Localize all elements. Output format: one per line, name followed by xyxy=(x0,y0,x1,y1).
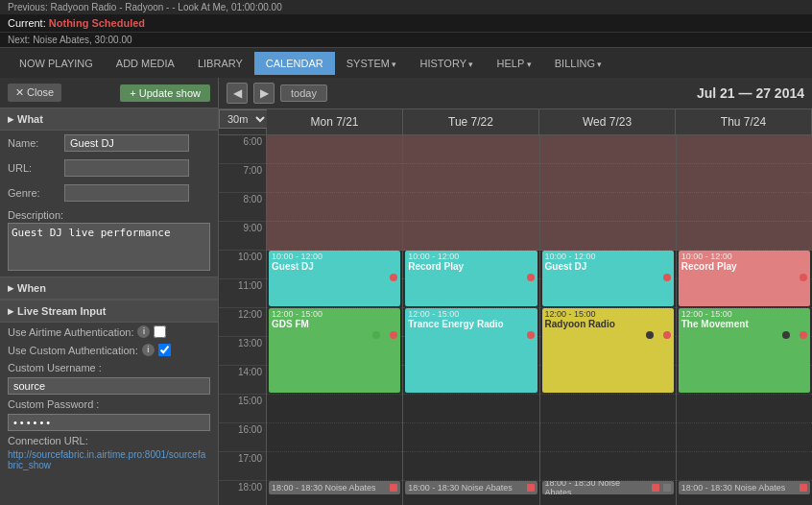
day-header-thu: Thu 7/24 xyxy=(676,109,812,134)
cal-prev-button[interactable]: ◀ xyxy=(227,83,248,104)
time-13: 13:00 xyxy=(219,337,266,366)
event-mon-noise[interactable]: 18:00 - 18:30 Noise Abates xyxy=(269,481,400,494)
day-col-tue[interactable]: 10:00 - 12:00 Record Play 12:00 - 15:00 … xyxy=(403,135,539,505)
nav-add-media[interactable]: ADD MEDIA xyxy=(105,52,186,75)
current-label: Current: xyxy=(8,17,46,29)
calendar-toolbar: ◀ ▶ today Jul 21 — 27 2014 xyxy=(219,78,812,109)
time-11: 11:00 xyxy=(219,279,266,308)
event-mon-gds-fm[interactable]: 12:00 - 15:00 GDS FM xyxy=(269,308,400,393)
day-header-mon: Mon 7/21 xyxy=(267,109,403,134)
day-col-mon[interactable]: 10:00 - 12:00 Guest DJ 12:00 - 15:00 GDS… xyxy=(267,135,403,505)
url-field-group: URL: xyxy=(0,156,218,180)
cal-next-button[interactable]: ▶ xyxy=(253,83,275,104)
day-col-thu[interactable]: 10:00 - 12:00 Record Play 12:00 - 15:00 … xyxy=(677,135,812,505)
event-wed-radyoon[interactable]: 12:00 - 15:00 Radyoon Radio xyxy=(542,308,674,393)
next-label: Next: xyxy=(8,35,30,45)
airtime-auth-row: Use Airtime Authentication: i xyxy=(0,323,218,341)
time-gutter-header: 30m 15m 1h xyxy=(219,109,267,134)
nav-system[interactable]: SYSTEM xyxy=(335,52,409,75)
next-bar: Next: Noise Abates, 30:00.00 xyxy=(0,32,812,47)
day-header-tue: Tue 7/22 xyxy=(403,109,539,134)
calendar-area: ◀ ▶ today Jul 21 — 27 2014 30m 15m 1h Mo… xyxy=(219,78,812,505)
prev-value: Radyoon Radio - Radyoon - - Look At Me, … xyxy=(50,2,281,12)
airtime-auth-info-icon[interactable]: i xyxy=(137,325,150,338)
airtime-auth-checkbox[interactable] xyxy=(154,325,166,338)
current-bar: Current: Nothing Scheduled xyxy=(0,14,812,32)
time-9: 9:00 xyxy=(219,222,266,251)
name-input[interactable] xyxy=(64,134,189,152)
next-value: Noise Abates, 30:00.00 xyxy=(33,35,131,45)
event-tue-record-play[interactable]: 10:00 - 12:00 Record Play xyxy=(405,251,537,306)
genre-label: Genre: xyxy=(8,187,60,199)
connection-url-label: Connection URL: xyxy=(0,432,218,449)
event-thu-noise[interactable]: 18:00 - 18:30 Noise Abates xyxy=(679,481,810,494)
calendar-range: Jul 21 — 27 2014 xyxy=(697,85,804,101)
custom-auth-checkbox[interactable] xyxy=(158,344,171,356)
nav-library[interactable]: LIBRARY xyxy=(186,52,254,75)
genre-field-group: Genre: xyxy=(0,180,218,205)
days-grid: 10:00 - 12:00 Guest DJ 12:00 - 15:00 GDS… xyxy=(267,135,812,505)
day-col-wed[interactable]: 10:00 - 12:00 Guest DJ 12:00 - 15:00 Rad… xyxy=(540,135,677,505)
left-panel: ✕ Close + Update show What Name: URL: Ge… xyxy=(0,78,219,505)
custom-username-input[interactable] xyxy=(8,377,210,395)
event-wed-guest-dj[interactable]: 10:00 - 12:00 Guest DJ xyxy=(542,251,674,306)
event-thu-record-play[interactable]: 10:00 - 12:00 Record Play xyxy=(679,251,810,306)
day-header-wed: Wed 7/23 xyxy=(539,109,676,134)
genre-input[interactable] xyxy=(64,184,189,202)
nav-calendar[interactable]: CALENDAR xyxy=(254,52,335,75)
time-8: 8:00 xyxy=(219,193,266,222)
main-nav: NOW PLAYING ADD MEDIA LIBRARY CALENDAR S… xyxy=(0,47,812,78)
livestream-section-header[interactable]: Live Stream Input xyxy=(0,300,218,323)
custom-auth-info-icon[interactable]: i xyxy=(142,344,155,356)
time-16: 16:00 xyxy=(219,423,266,452)
name-field-group: Name: xyxy=(0,131,218,156)
event-wed-noise[interactable]: 18:00 - 18:30 Noise Abates xyxy=(542,481,674,494)
nav-help[interactable]: HELP xyxy=(485,52,542,75)
time-17: 17:00 xyxy=(219,452,266,481)
main-content: ✕ Close + Update show What Name: URL: Ge… xyxy=(0,78,812,505)
time-6: 6:00 xyxy=(219,135,266,164)
update-show-button[interactable]: + Update show xyxy=(120,84,210,102)
custom-password-input[interactable] xyxy=(8,414,210,431)
cal-today-button[interactable]: today xyxy=(280,84,327,102)
when-section-header[interactable]: When xyxy=(0,277,218,300)
event-thu-movement[interactable]: 12:00 - 15:00 The Movement xyxy=(679,308,810,393)
time-12: 12:00 xyxy=(219,308,266,337)
description-textarea[interactable]: Guest DJ live performance xyxy=(8,223,210,271)
time-10: 10:00 xyxy=(219,251,266,279)
nav-billing[interactable]: BILLING xyxy=(543,52,614,75)
event-mon-guest-dj[interactable]: 10:00 - 12:00 Guest DJ xyxy=(269,251,400,306)
previous-bar: Previous: Radyoon Radio - Radyoon - - Lo… xyxy=(0,0,812,14)
url-input[interactable] xyxy=(64,159,189,177)
time-18: 18:00 xyxy=(219,481,266,505)
what-section-header[interactable]: What xyxy=(0,108,218,131)
calendar-header: 30m 15m 1h Mon 7/21 Tue 7/22 Wed 7/23 Th… xyxy=(219,109,812,135)
interval-select[interactable]: 30m 15m 1h xyxy=(219,109,269,129)
connection-url-value: http://sourcefabric.in.airtime.pro:8001/… xyxy=(0,449,218,474)
time-14: 14:00 xyxy=(219,366,266,395)
current-value: Nothing Scheduled xyxy=(49,17,145,29)
airtime-auth-label: Use Airtime Authentication: xyxy=(8,326,133,338)
custom-auth-row: Use Custom Authentication: i xyxy=(0,341,218,359)
nav-history[interactable]: HISTORY xyxy=(408,52,485,75)
event-tue-noise[interactable]: 18:00 - 18:30 Noise Abates xyxy=(405,481,537,494)
description-label: Description: xyxy=(0,205,218,223)
url-label: URL: xyxy=(8,162,60,174)
nav-now-playing[interactable]: NOW PLAYING xyxy=(8,52,105,75)
event-tue-trance[interactable]: 12:00 - 15:00 Trance Energy Radio xyxy=(405,308,537,393)
time-7: 7:00 xyxy=(219,164,266,193)
custom-username-label: Custom Username : xyxy=(0,359,218,376)
time-15: 15:00 xyxy=(219,395,266,423)
panel-toolbar: ✕ Close + Update show xyxy=(0,78,218,108)
calendar-body: 6:00 7:00 8:00 9:00 10:00 11:00 12:00 13… xyxy=(219,135,812,505)
prev-label: Previous: xyxy=(8,2,48,12)
name-label: Name: xyxy=(8,137,60,149)
time-gutter: 6:00 7:00 8:00 9:00 10:00 11:00 12:00 13… xyxy=(219,135,267,505)
custom-password-label: Custom Password : xyxy=(0,396,218,413)
close-button[interactable]: ✕ Close xyxy=(8,84,61,102)
custom-auth-label: Use Custom Authentication: xyxy=(8,345,138,356)
